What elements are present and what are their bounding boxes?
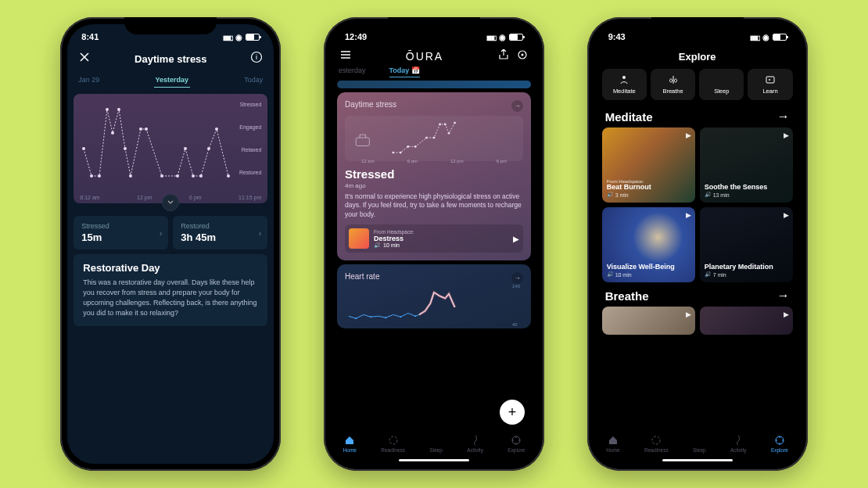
header: ŌURA [331, 48, 537, 65]
nav-label: Explore [508, 447, 525, 453]
tab-yesterday[interactable]: esterday [339, 66, 366, 77]
expand-chart-button[interactable] [162, 194, 179, 211]
status-icons [750, 32, 787, 41]
nav-sleep[interactable]: Sleep [429, 435, 443, 453]
svg-point-15 [192, 174, 195, 178]
tile-duration: 13 min [713, 192, 730, 198]
summary-row: Stressed 15m › Restored 3h 45m › [74, 216, 267, 249]
nav-label: Home [606, 447, 619, 453]
arrow-right-icon[interactable]: → [511, 100, 523, 112]
sound-icon [705, 192, 712, 198]
tile-planetary-meditation[interactable]: Planetary Meditation 7 min [700, 207, 793, 282]
tab-yesterday[interactable]: Yesterday [154, 73, 191, 88]
add-button[interactable]: + [500, 400, 525, 425]
ylabel: 40 [512, 322, 520, 327]
chart-line [80, 102, 236, 188]
nav-label: Home [343, 447, 357, 453]
svg-point-17 [207, 147, 210, 150]
cat-learn[interactable]: Learn [748, 69, 792, 100]
summary-restored[interactable]: Restored 3h 45m › [173, 216, 267, 249]
stress-card[interactable]: Daytime stress → 12 am 6 am 12 pm [337, 92, 531, 260]
summary-label: Restored [181, 222, 260, 230]
nav-home[interactable]: Home [606, 435, 619, 453]
tab-label: Today [389, 66, 410, 74]
svg-point-21 [521, 54, 523, 56]
section-title: Breathe [605, 289, 649, 303]
ylabel: 140 [512, 284, 520, 289]
xlabel: 8:12 am [80, 195, 99, 200]
page-title: Daytime stress [135, 53, 207, 65]
detail-body: This was a restorative day overall. Days… [83, 278, 258, 318]
battery-icon [773, 34, 787, 41]
svg-point-11 [145, 127, 148, 131]
cat-meditate[interactable]: Meditate [602, 69, 647, 100]
media-name: Destress [374, 235, 414, 242]
nav-activity[interactable]: Activity [467, 435, 483, 453]
cat-sleep[interactable]: Sleep [699, 69, 744, 100]
close-icon[interactable] [78, 51, 91, 66]
tab-prev[interactable]: Jan 29 [77, 73, 101, 88]
arrow-right-icon[interactable]: → [777, 109, 790, 124]
svg-point-37 [414, 316, 416, 318]
tile-visualize-wellbeing[interactable]: Visualize Well-Being 10 min [602, 207, 695, 282]
svg-point-32 [454, 122, 456, 124]
cat-breathe[interactable]: Breathe [651, 69, 695, 100]
wifi-icon [499, 32, 506, 41]
media-source: From Headspace: [374, 229, 414, 235]
status-icons [223, 32, 260, 41]
share-icon[interactable] [498, 49, 509, 63]
home-indicator [662, 459, 733, 461]
summary-label: Stressed [81, 222, 160, 230]
play-icon [784, 211, 789, 219]
media-destress[interactable]: From Headspace: Destress 10 min [345, 224, 523, 253]
svg-point-10 [139, 127, 142, 131]
arrow-right-icon[interactable]: → [777, 289, 790, 303]
tab-today[interactable]: Today 📅 [389, 66, 420, 77]
svg-point-25 [407, 145, 409, 148]
signal-icon [223, 32, 232, 41]
status-time: 8:41 [81, 32, 99, 41]
signal-icon [486, 32, 496, 41]
tile-beat-burnout[interactable]: From Headspace: Beat Burnout 3 min [602, 127, 695, 203]
svg-point-7 [117, 108, 120, 111]
summary-stressed[interactable]: Stressed 15m › [74, 216, 168, 249]
info-icon[interactable]: i [250, 51, 263, 66]
chart-y-labels: Stressed Engaged Relaxed Restored [239, 102, 261, 175]
nav-label: Readiness [644, 447, 669, 453]
svg-point-38 [389, 436, 397, 444]
sound-icon [607, 271, 614, 278]
tile-soothe-senses[interactable]: Soothe the Senses 13 min [700, 127, 793, 203]
sound-icon [607, 192, 614, 198]
target-icon[interactable] [517, 49, 528, 63]
nav-explore[interactable]: Explore [771, 435, 788, 453]
section-meditate-head: Meditate → [594, 103, 801, 127]
play-icon [784, 131, 789, 139]
tile-duration: 10 min [615, 272, 632, 278]
tile-row-2: Visualize Well-Being 10 min Planetary Me… [594, 207, 801, 282]
cat-label: Learn [762, 88, 777, 95]
nav-readiness[interactable]: Readiness [644, 435, 669, 453]
svg-point-13 [176, 174, 179, 178]
nav-explore[interactable]: Explore [508, 435, 525, 453]
menu-icon[interactable] [340, 49, 351, 63]
nav-home[interactable]: Home [343, 435, 357, 453]
wifi-icon [235, 32, 242, 41]
nav-activity[interactable]: Activity [730, 435, 747, 453]
tile-duration: 7 min [713, 272, 726, 278]
ylabel: Engaged [239, 124, 261, 130]
tab-today[interactable]: Today [242, 73, 264, 88]
arrow-right-icon[interactable]: → [511, 272, 523, 284]
play-icon[interactable] [513, 235, 519, 243]
tile-breathe-1[interactable] [602, 307, 695, 335]
heart-rate-card[interactable]: Heart rate → 140 40 [337, 264, 531, 328]
page-title: Explore [594, 48, 801, 66]
svg-point-23 [392, 152, 394, 154]
stress-chart[interactable]: Stressed Engaged Relaxed Restored 8:12 a… [74, 94, 267, 203]
nav-readiness[interactable]: Readiness [381, 435, 405, 453]
status-time: 9:43 [608, 32, 626, 41]
nav-sleep[interactable]: Sleep [693, 435, 706, 453]
tile-breathe-2[interactable] [700, 307, 793, 335]
stress-status: Stressed [345, 167, 523, 181]
tile-name: Planetary Meditation [705, 264, 788, 271]
banner-card[interactable] [337, 81, 531, 88]
